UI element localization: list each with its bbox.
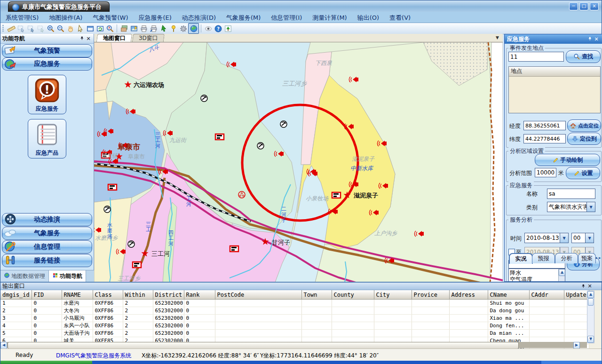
globe-icon[interactable]: [188, 23, 199, 34]
nav-group-信息管理[interactable]: 信息管理: [2, 240, 92, 253]
latitude-input[interactable]: [523, 134, 566, 143]
locate-to-button[interactable]: 定位到: [567, 133, 601, 145]
select-box-icon[interactable]: [16, 24, 26, 33]
element-item[interactable]: 空气温度: [510, 276, 558, 282]
vertical-scrollbar[interactable]: ▲ ▼: [587, 291, 594, 343]
map-tab-地图窗口[interactable]: 地图窗口: [96, 34, 132, 42]
flag-icon[interactable]: [108, 184, 117, 190]
map-export-icon[interactable]: [129, 24, 139, 33]
pin-icon[interactable]: [580, 283, 586, 290]
table-row[interactable]: 40东风一小队0XFF8626523020000Dong fen...: [0, 322, 589, 330]
click-locate-button[interactable]: 点击定位: [567, 119, 601, 132]
longitude-input[interactable]: [523, 121, 566, 130]
mine-icon[interactable]: [201, 95, 207, 102]
map-canvas[interactable]: 六运湖农场三工河乡下西泉九运街阜康市城关镇阜康市甘河子三工河小泉牧场滋泥泉子上户…: [94, 42, 503, 282]
mine-icon[interactable]: [104, 206, 111, 213]
column-header-Rank[interactable]: Rank: [184, 290, 215, 300]
tree-icon[interactable]: [223, 24, 233, 33]
analysis-tab-预报[interactable]: 预报: [532, 253, 555, 263]
menu-item[interactable]: 气象服务(M): [221, 12, 266, 23]
maximize-button[interactable]: □: [579, 2, 588, 10]
panel-tab-地图数据管理[interactable]: 地图数据管理: [0, 270, 49, 282]
menu-item[interactable]: 应急服务(E): [133, 12, 176, 23]
column-header-CName[interactable]: CName: [488, 290, 529, 300]
menu-item[interactable]: 系统管理(S): [0, 12, 44, 23]
mine-icon[interactable]: [280, 121, 287, 127]
location-list-header[interactable]: 地点: [509, 67, 600, 77]
column-header-Town[interactable]: Town: [301, 290, 332, 300]
range-set-button[interactable]: 设置: [566, 167, 600, 179]
help-icon[interactable]: ?: [213, 24, 223, 33]
analysis-tab-实况[interactable]: 实况: [509, 253, 533, 264]
printer-icon[interactable]: [139, 24, 149, 33]
horizontal-scrollbar[interactable]: ◀ ▶: [0, 342, 587, 348]
service-type-combo[interactable]: 气象和洪水灾害 ▼: [547, 202, 595, 212]
layers-icon[interactable]: [119, 24, 129, 33]
select-cursor-icon[interactable]: [26, 24, 36, 33]
column-header-RNAME[interactable]: RNAME: [62, 290, 93, 300]
column-header-Address[interactable]: Address: [449, 290, 488, 300]
minimize-button[interactable]: −: [569, 2, 578, 10]
panel-tab-功能导航[interactable]: 功能导航: [49, 270, 86, 282]
toolbar-grip[interactable]: [2, 25, 4, 32]
dropdown-arrow-icon[interactable]: ▼: [585, 233, 594, 243]
zoom-out-icon[interactable]: [55, 24, 65, 33]
refresh-icon[interactable]: [95, 24, 105, 33]
table-row[interactable]: 50大面场子沟0XFF8626523020000Da mian ...: [0, 330, 589, 337]
scroll-thumb[interactable]: [8, 342, 519, 349]
listbox-scrollbar[interactable]: ▲: [558, 269, 565, 282]
column-header-Update[interactable]: Update: [564, 290, 589, 300]
table-row[interactable]: 30小马厩沟0XFF8626523020000Xiao ma ...: [0, 315, 589, 322]
menu-item[interactable]: 查看(V): [384, 12, 416, 23]
column-header-Class[interactable]: Class: [93, 290, 123, 300]
column-header-District[interactable]: District: [153, 290, 184, 300]
nav-group-服务链接[interactable]: 服务链接: [2, 254, 92, 267]
analysis-tab-分析[interactable]: 分析: [555, 253, 578, 263]
location-search-input[interactable]: [508, 52, 564, 62]
tabs-scroll-right-icon[interactable]: ▸: [599, 255, 601, 260]
column-header-dmgis_id[interactable]: dmgis_id: [0, 290, 32, 300]
menu-item[interactable]: 信息管理(I): [266, 12, 307, 23]
analysis-tab-预案[interactable]: 预案: [578, 253, 596, 263]
gear-icon[interactable]: [178, 24, 188, 33]
column-header-Within[interactable]: Within: [123, 290, 153, 300]
column-header-PostCode[interactable]: PostCode: [215, 290, 301, 300]
column-header-CAddr[interactable]: CAddr: [529, 290, 564, 300]
green-arrow-icon[interactable]: [158, 24, 168, 33]
shortcut-应急服务[interactable]: !应急服务: [28, 75, 66, 114]
date-combo[interactable]: 2010-08-13 ▼: [524, 233, 569, 243]
table-row[interactable]: 20大冬沟0XFF8626523020000Da dong gou: [0, 307, 589, 315]
identify-icon[interactable]: ?: [105, 24, 115, 33]
map-tab-3D窗口[interactable]: 3D窗口: [132, 34, 165, 42]
search-button[interactable]: 查找: [566, 50, 601, 63]
service-name-input[interactable]: [547, 189, 595, 199]
menu-item[interactable]: 动态推演(D): [177, 12, 221, 23]
element-item[interactable]: 降水: [510, 269, 558, 276]
print-preview-icon[interactable]: [149, 24, 158, 33]
table-row[interactable]: 10水磨沟0XFF8626523020000Shui mo gou: [0, 300, 589, 307]
menu-item[interactable]: 测量计算(M): [307, 12, 352, 23]
tabs-scroll-left-icon[interactable]: ◂: [595, 255, 597, 260]
column-header-FID[interactable]: FID: [32, 290, 62, 300]
element-listbox[interactable]: 降水空气温度 ▲: [508, 269, 565, 282]
range-input[interactable]: [535, 168, 556, 177]
full-extent-icon[interactable]: [85, 24, 95, 33]
nav-group-应急服务[interactable]: 应急服务: [2, 57, 92, 71]
location-list[interactable]: 地点: [508, 66, 601, 113]
close-icon[interactable]: ✕: [85, 35, 92, 42]
column-header-City[interactable]: City: [374, 290, 412, 300]
menu-item[interactable]: 输出(O): [352, 12, 384, 23]
pan-hand-icon[interactable]: [65, 24, 75, 33]
close-button[interactable]: ×: [590, 2, 599, 10]
scroll-down-icon[interactable]: ▼: [587, 336, 594, 343]
nav-group-气象预警[interactable]: 气象预警: [2, 44, 92, 57]
column-header-County[interactable]: County: [332, 290, 374, 300]
nav-group-动态推演[interactable]: 动态推演: [2, 213, 92, 226]
nav-group-气象服务[interactable]: 气象服务: [2, 227, 92, 240]
mine-icon[interactable]: [128, 241, 135, 247]
pin-icon[interactable]: [586, 36, 593, 42]
pointer-icon[interactable]: [75, 24, 85, 33]
shortcut-应急产品[interactable]: 应急产品: [28, 119, 66, 158]
menu-item[interactable]: 地图操作(A): [44, 12, 87, 23]
placemark-icon[interactable]: [168, 24, 178, 33]
